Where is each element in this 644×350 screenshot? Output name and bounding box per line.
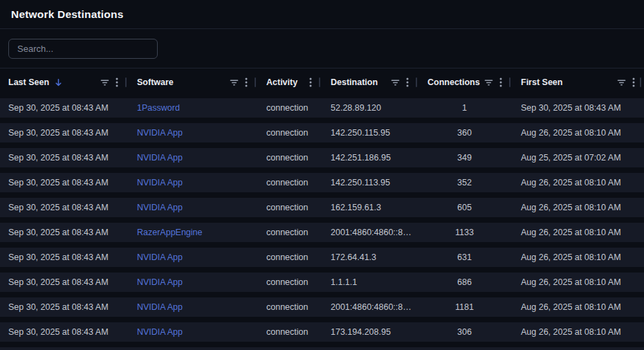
kebab-menu-icon[interactable]	[406, 77, 409, 87]
column-header-first-seen[interactable]: First Seen	[511, 68, 644, 96]
cell-first-seen: Aug 26, 2025 at 08:10 AM	[511, 277, 644, 287]
software-link[interactable]: RazerAppEngine	[137, 228, 203, 237]
cell-software: RazerAppEngine	[127, 228, 257, 237]
column-separator	[640, 77, 641, 87]
cell-activity: connection	[257, 203, 321, 212]
software-link[interactable]: NVIDIA App	[137, 178, 183, 187]
filter-icon[interactable]	[617, 78, 626, 87]
software-link[interactable]: NVIDIA App	[137, 252, 183, 262]
cell-last-seen: Sep 30, 2025 at 08:43 AM	[0, 302, 127, 312]
column-header-connections[interactable]: Connections	[418, 68, 511, 96]
cell-connections: 352	[418, 178, 511, 187]
cell-connections: 306	[418, 327, 511, 337]
cell-connections: 349	[418, 153, 511, 163]
column-header-activity[interactable]: Activity	[257, 68, 321, 96]
cell-activity: connection	[257, 128, 321, 138]
software-link[interactable]: 1Password	[137, 103, 180, 113]
software-link[interactable]: NVIDIA App	[137, 277, 183, 287]
cell-destination: 52.28.89.120	[321, 103, 418, 113]
cell-first-seen: Aug 26, 2025 at 08:10 AM	[511, 178, 644, 187]
column-label: Connections	[427, 77, 480, 87]
data-grid: Last Seen Software Activity Dest	[0, 68, 644, 350]
kebab-menu-icon[interactable]	[309, 77, 312, 87]
kebab-menu-icon[interactable]	[245, 77, 248, 87]
cell-connections: 605	[418, 203, 511, 212]
cell-software: NVIDIA App	[127, 178, 257, 187]
table-row[interactable]: Sep 30, 2025 at 08:43 AM NVIDIA App conn…	[0, 173, 644, 192]
table-row[interactable]: Sep 30, 2025 at 08:43 AM 1Password conne…	[0, 98, 644, 118]
cell-software: NVIDIA App	[127, 327, 257, 337]
column-separator	[255, 77, 256, 87]
rows-container: Sep 30, 2025 at 08:43 AM 1Password conne…	[0, 96, 644, 342]
filter-icon[interactable]	[230, 78, 239, 87]
cell-activity: connection	[257, 178, 321, 187]
cell-destination: 142.250.115.95	[321, 128, 418, 138]
column-label: Last Seen	[8, 77, 49, 87]
cell-last-seen: Sep 30, 2025 at 08:43 AM	[0, 252, 127, 262]
header-row: Last Seen Software Activity Dest	[0, 68, 644, 96]
column-label: Destination	[331, 77, 378, 87]
column-separator	[319, 77, 320, 87]
filter-icon[interactable]	[391, 78, 400, 87]
cell-connections: 1133	[418, 228, 511, 237]
cell-software: NVIDIA App	[127, 203, 257, 212]
cell-first-seen: Aug 26, 2025 at 08:10 AM	[511, 302, 644, 312]
column-separator	[125, 77, 127, 87]
cell-last-seen: Sep 30, 2025 at 08:43 AM	[0, 203, 127, 212]
cell-activity: connection	[257, 153, 321, 163]
cell-last-seen: Sep 30, 2025 at 08:43 AM	[0, 327, 127, 337]
software-link[interactable]: NVIDIA App	[137, 203, 183, 212]
cell-first-seen: Aug 26, 2025 at 08:10 AM	[511, 203, 644, 212]
cell-first-seen: Aug 26, 2025 at 08:10 AM	[511, 252, 644, 262]
table-row[interactable]: Sep 30, 2025 at 08:43 AM NVIDIA App conn…	[0, 248, 644, 267]
search-input[interactable]	[8, 39, 158, 59]
column-header-last-seen[interactable]: Last Seen	[0, 68, 127, 96]
toolbar	[0, 29, 644, 68]
table-row[interactable]: Sep 30, 2025 at 08:43 AM RazerAppEngine …	[0, 223, 644, 242]
cell-software: NVIDIA App	[127, 128, 257, 138]
page-title: Network Destinations	[11, 8, 123, 21]
table-row[interactable]: Sep 30, 2025 at 08:43 AM NVIDIA App conn…	[0, 322, 644, 342]
cell-software: NVIDIA App	[127, 302, 257, 312]
cell-last-seen: Sep 30, 2025 at 08:43 AM	[0, 153, 127, 163]
cell-last-seen: Sep 30, 2025 at 08:43 AM	[0, 178, 127, 187]
software-link[interactable]: NVIDIA App	[137, 153, 183, 163]
cell-connections: 360	[418, 128, 511, 138]
table-row[interactable]: Sep 30, 2025 at 08:43 AM NVIDIA App conn…	[0, 273, 644, 292]
cell-activity: connection	[257, 252, 321, 262]
cell-destination: 2001:4860:4860::8…	[321, 228, 418, 237]
column-label: Software	[137, 77, 174, 87]
column-header-software[interactable]: Software	[127, 68, 257, 96]
sort-desc-icon	[54, 78, 63, 87]
cell-last-seen: Sep 30, 2025 at 08:43 AM	[0, 277, 127, 287]
column-header-destination[interactable]: Destination	[321, 68, 418, 96]
cell-activity: connection	[257, 327, 321, 337]
table-row[interactable]: Sep 30, 2025 at 08:43 AM NVIDIA App conn…	[0, 123, 644, 142]
column-separator	[416, 77, 417, 87]
cell-destination: 142.250.113.95	[321, 178, 418, 187]
cell-destination: 172.64.41.3	[321, 252, 418, 262]
partial-next-row	[0, 347, 644, 350]
cell-first-seen: Aug 25, 2025 at 07:02 AM	[511, 153, 644, 163]
software-link[interactable]: NVIDIA App	[137, 327, 183, 337]
kebab-menu-icon[interactable]	[632, 77, 635, 87]
cell-activity: connection	[257, 228, 321, 237]
cell-connections: 1181	[418, 302, 511, 312]
cell-last-seen: Sep 30, 2025 at 08:43 AM	[0, 228, 127, 237]
column-label: Activity	[266, 77, 297, 87]
column-separator	[509, 77, 510, 87]
cell-last-seen: Sep 30, 2025 at 08:43 AM	[0, 128, 127, 138]
software-link[interactable]: NVIDIA App	[137, 128, 183, 138]
software-link[interactable]: NVIDIA App	[137, 302, 183, 312]
panel-header: Network Destinations	[0, 0, 644, 29]
table-row[interactable]: Sep 30, 2025 at 08:43 AM NVIDIA App conn…	[0, 297, 644, 317]
table-row[interactable]: Sep 30, 2025 at 08:43 AM NVIDIA App conn…	[0, 198, 644, 217]
filter-icon[interactable]	[484, 78, 493, 87]
filter-icon[interactable]	[100, 78, 109, 87]
cell-connections: 1	[418, 103, 511, 113]
cell-software: NVIDIA App	[127, 252, 257, 262]
cell-destination: 2001:4860:4860::8…	[321, 302, 418, 312]
table-row[interactable]: Sep 30, 2025 at 08:43 AM NVIDIA App conn…	[0, 148, 644, 167]
kebab-menu-icon[interactable]	[116, 77, 118, 87]
kebab-menu-icon[interactable]	[499, 77, 502, 87]
